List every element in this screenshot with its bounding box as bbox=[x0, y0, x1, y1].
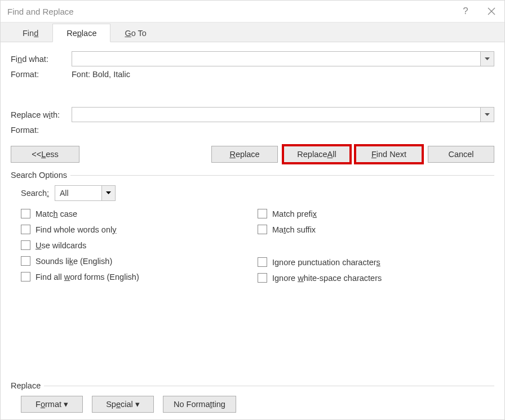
match-case-check[interactable]: Match case bbox=[21, 209, 258, 218]
title-bar: Find and Replace ? bbox=[1, 1, 504, 22]
chevron-down-icon bbox=[106, 191, 111, 195]
replace-all-button[interactable]: Replace All bbox=[283, 146, 350, 163]
close-button[interactable] bbox=[479, 1, 504, 22]
close-icon bbox=[488, 7, 495, 15]
replace-with-input[interactable] bbox=[72, 108, 480, 122]
format-button[interactable]: Format▾ bbox=[21, 396, 83, 413]
find-what-combo[interactable] bbox=[72, 51, 494, 66]
replace-with-dropdown[interactable] bbox=[480, 108, 494, 122]
ignore-punct-check[interactable]: Ignore punctuation characters bbox=[258, 257, 494, 267]
replace-button[interactable]: Replace bbox=[211, 146, 278, 163]
search-direction-value: All bbox=[55, 189, 101, 198]
sounds-like-check[interactable]: Sounds like (English) bbox=[21, 256, 258, 266]
search-options-header: Search Options bbox=[11, 171, 494, 180]
match-suffix-check[interactable]: Match suffix bbox=[258, 225, 494, 234]
chevron-down-icon bbox=[485, 113, 490, 117]
find-what-label: Find what: bbox=[11, 55, 72, 64]
replace-section-header: Replace bbox=[11, 381, 494, 390]
special-button[interactable]: Special▾ bbox=[92, 396, 154, 413]
replace-with-combo[interactable] bbox=[72, 107, 494, 122]
help-button[interactable]: ? bbox=[453, 1, 479, 22]
window-title: Find and Replace bbox=[7, 7, 453, 16]
ignore-ws-check[interactable]: Ignore white-space characters bbox=[258, 273, 494, 283]
search-direction-dropdown[interactable] bbox=[101, 186, 115, 200]
no-formatting-button[interactable]: No Formatting bbox=[163, 396, 236, 413]
cancel-button[interactable]: Cancel bbox=[428, 146, 494, 163]
format-label-replace: Format: bbox=[11, 126, 72, 135]
match-prefix-check[interactable]: Match prefix bbox=[258, 209, 494, 218]
replace-with-label: Replace with: bbox=[11, 110, 72, 119]
find-replace-dialog: Find and Replace ? Find Replace Go To Fi… bbox=[0, 0, 505, 420]
find-next-button[interactable]: Find Next bbox=[356, 146, 422, 163]
tab-bar: Find Replace Go To bbox=[1, 22, 504, 42]
use-wildcards-check[interactable]: Use wildcards bbox=[21, 240, 258, 250]
format-label-find: Format: bbox=[11, 70, 72, 79]
find-what-dropdown[interactable] bbox=[480, 52, 494, 66]
tab-goto[interactable]: Go To bbox=[110, 24, 160, 42]
less-button[interactable]: << Less bbox=[11, 146, 79, 163]
tab-find[interactable]: Find bbox=[8, 24, 52, 42]
find-what-input[interactable] bbox=[72, 52, 480, 66]
panel: Find what: Format: Font: Bold, Italic Re… bbox=[1, 42, 504, 419]
search-direction-label: Search: bbox=[21, 189, 49, 198]
chevron-down-icon bbox=[485, 57, 490, 61]
whole-words-check[interactable]: Find whole words only bbox=[21, 225, 258, 234]
word-forms-check[interactable]: Find all word forms (English) bbox=[21, 272, 258, 282]
tab-replace[interactable]: Replace bbox=[52, 24, 110, 42]
search-direction-select[interactable]: All bbox=[55, 185, 116, 201]
format-value-find: Font: Bold, Italic bbox=[72, 70, 130, 79]
